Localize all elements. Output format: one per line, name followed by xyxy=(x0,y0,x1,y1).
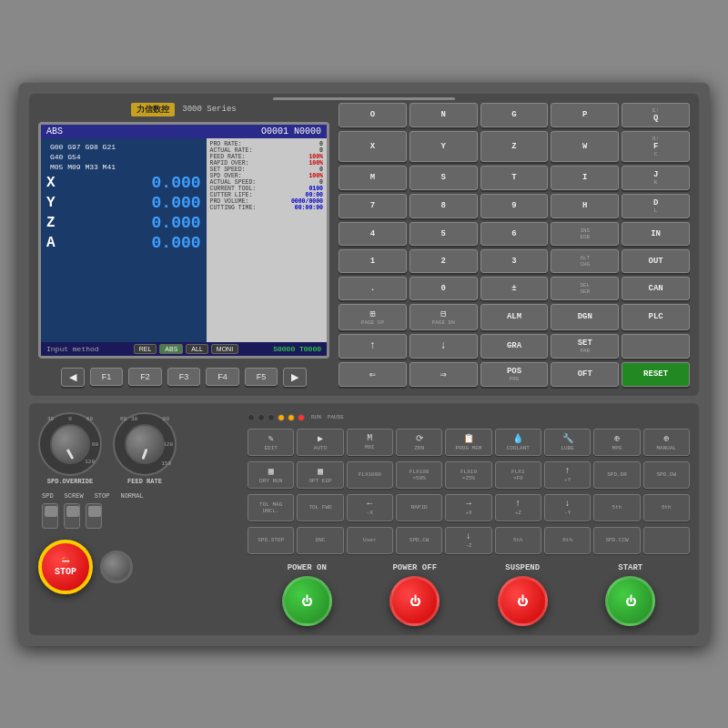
key-0[interactable]: 0 xyxy=(410,277,478,300)
key-up[interactable]: ↑ xyxy=(339,334,407,359)
f2-button[interactable]: F2 xyxy=(128,368,162,386)
func-manual[interactable]: ⊕ MANUAL xyxy=(643,429,690,456)
func-spd-stop[interactable]: SPD.STOP xyxy=(248,527,294,554)
func-dnc[interactable]: DNC xyxy=(297,527,343,554)
fkey-right-arrow[interactable]: ▶ xyxy=(283,368,307,387)
func-5th-b[interactable]: 5th xyxy=(495,527,541,554)
func-tool-fwd[interactable]: TOL FWD xyxy=(297,494,343,521)
key-set-par[interactable]: SETPAR xyxy=(551,334,619,359)
func-mdi[interactable]: M MDI xyxy=(347,429,393,456)
rel-button[interactable]: REL xyxy=(134,344,157,354)
func-mpg[interactable]: ⊕ MPG xyxy=(593,429,640,456)
key-Q[interactable]: E↑Q xyxy=(622,103,690,127)
func-5th[interactable]: 5th xyxy=(593,494,640,521)
key-I[interactable]: I xyxy=(551,166,619,190)
key-F[interactable]: R↑FC xyxy=(622,131,690,162)
f1-button[interactable]: F1 xyxy=(90,368,124,386)
key-M[interactable]: M xyxy=(339,166,407,190)
func-y-minus[interactable]: ↓ -Y xyxy=(544,494,591,521)
func-user[interactable]: User xyxy=(347,527,393,554)
switch-spd[interactable] xyxy=(42,503,58,529)
key-9[interactable]: 9 xyxy=(480,194,549,218)
key-D[interactable]: DL xyxy=(622,194,690,218)
key-down[interactable]: ↓ xyxy=(410,334,478,359)
func-x-plus[interactable]: → +X xyxy=(445,494,491,521)
key-O[interactable]: O xyxy=(339,103,407,127)
power-off-button[interactable]: ⏻ xyxy=(389,576,440,626)
key-1[interactable]: 1 xyxy=(339,249,407,273)
key-8[interactable]: 8 xyxy=(410,194,478,218)
moni-button[interactable]: MONI xyxy=(211,344,238,354)
func-spd-ccw[interactable]: SPD.CCW xyxy=(593,527,640,554)
emergency-stop-button[interactable]: ⛔STOP xyxy=(38,540,93,594)
func-auto[interactable]: ▶ AUTO xyxy=(297,429,343,456)
feed-rate-knob[interactable]: 60 90 120 150 30 xyxy=(113,412,177,476)
key-Z[interactable]: Z xyxy=(480,131,549,162)
func-6th-a[interactable]: 6th xyxy=(643,494,690,521)
key-oft[interactable]: OFT xyxy=(551,362,619,387)
key-can[interactable]: CAN xyxy=(622,277,690,300)
key-right[interactable]: ⇒ xyxy=(410,362,478,387)
key-gra-set[interactable]: GRA xyxy=(480,334,549,359)
func-x-minus[interactable]: ← -X xyxy=(347,494,393,521)
key-3[interactable]: 3 xyxy=(480,249,549,273)
func-spare[interactable] xyxy=(643,527,690,554)
func-flx1[interactable]: FLX1 ×F0 xyxy=(495,461,541,489)
key-pos-prg[interactable]: POSPRG xyxy=(480,362,549,387)
key-alt-chg[interactable]: ALTCHG xyxy=(551,249,619,273)
func-flx1000[interactable]: FLX1000 xyxy=(347,461,393,489)
key-dgn[interactable]: DGN xyxy=(551,304,619,330)
func-spd-dw[interactable]: SPD.DW xyxy=(643,461,690,489)
key-switch[interactable] xyxy=(100,551,133,583)
func-opt-egp[interactable]: ▦ OPT EGP xyxy=(297,461,343,489)
switch-stop[interactable] xyxy=(86,503,102,529)
power-on-button[interactable]: ⏻ xyxy=(282,576,332,626)
key-del-ser[interactable]: DELSER xyxy=(551,277,619,300)
start-button[interactable]: ⏻ xyxy=(605,576,655,626)
key-G[interactable]: G xyxy=(480,103,549,127)
func-flx100[interactable]: FLX100 ×50% xyxy=(396,461,442,489)
key-ins-eob[interactable]: INSEOB xyxy=(551,222,619,246)
key-left[interactable]: ⇐ xyxy=(339,362,407,387)
func-prog-mem[interactable]: 📋 PROG MEM xyxy=(445,429,491,456)
key-in[interactable]: IN xyxy=(622,222,690,246)
key-X[interactable]: X xyxy=(339,131,407,162)
key-reset[interactable]: RESET xyxy=(622,362,690,387)
func-rapid[interactable]: RAPID xyxy=(396,494,442,521)
fkey-left-arrow[interactable]: ◀ xyxy=(61,368,85,387)
func-spd-dr[interactable]: SPD.DR xyxy=(593,461,640,489)
key-6[interactable]: 6 xyxy=(480,222,549,246)
func-tool-mag[interactable]: TOL MAG UNCL. xyxy=(248,494,294,521)
key-2[interactable]: 2 xyxy=(410,249,478,273)
key-5[interactable]: 5 xyxy=(410,222,478,246)
key-N[interactable]: N xyxy=(410,103,478,127)
switch-screw[interactable] xyxy=(64,503,80,529)
func-edit[interactable]: ✎ EDIT xyxy=(248,429,294,456)
key-P[interactable]: P xyxy=(551,103,619,127)
func-coolant[interactable]: 💧 COOLANT xyxy=(495,429,541,456)
key-page-up[interactable]: ⊞PAGE UP xyxy=(339,304,407,330)
key-out[interactable]: OUT xyxy=(622,249,690,273)
key-W[interactable]: W xyxy=(551,131,619,162)
key-page-dn[interactable]: ⊟PAGE DN xyxy=(410,304,478,330)
key-T[interactable]: T xyxy=(480,166,549,190)
suspend-button[interactable]: ⏻ xyxy=(498,576,548,626)
func-6th-b[interactable]: 6th xyxy=(544,527,591,554)
key-4[interactable]: 4 xyxy=(339,222,407,246)
key-J[interactable]: JK xyxy=(622,166,690,190)
abs-button[interactable]: ABS xyxy=(159,344,183,354)
key-7[interactable]: 7 xyxy=(339,194,407,218)
key-dot[interactable]: . xyxy=(339,277,407,300)
func-z-minus[interactable]: ↓ -Z xyxy=(445,527,491,554)
f3-button[interactable]: F3 xyxy=(167,368,201,386)
key-plusminus[interactable]: ± xyxy=(480,277,549,300)
key-alm[interactable]: ALM xyxy=(480,304,549,330)
func-zrn[interactable]: ⟳ ZRN xyxy=(396,429,442,456)
func-lube[interactable]: 🔧 LUBE xyxy=(544,429,591,456)
f5-button[interactable]: F5 xyxy=(245,368,278,386)
all-button[interactable]: ALL xyxy=(186,344,207,354)
key-plc[interactable]: PLC xyxy=(622,304,690,330)
spd-override-knob[interactable]: 30 60 90 120 0 xyxy=(38,412,102,476)
func-dry-run[interactable]: ▦ DRY RUN xyxy=(248,461,294,489)
func-z-plus[interactable]: ↑ +Z xyxy=(495,494,541,521)
